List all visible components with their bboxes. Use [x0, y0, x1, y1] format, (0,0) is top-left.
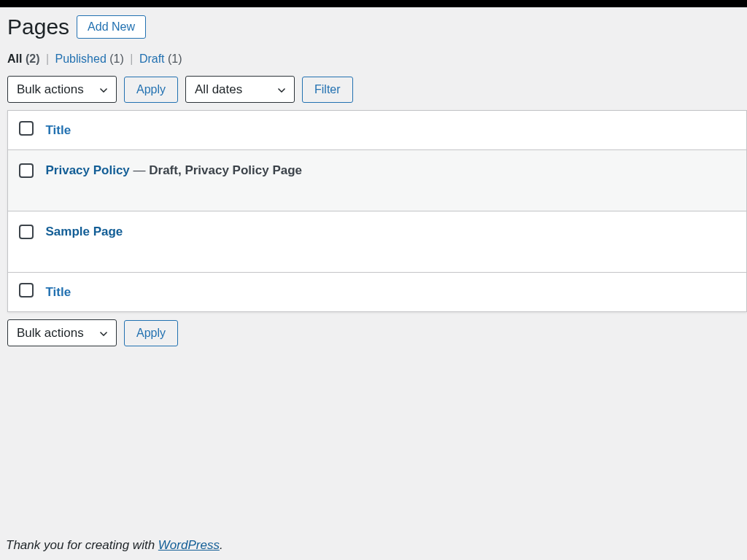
bulk-actions-select-bottom[interactable]: Bulk actions	[7, 319, 117, 346]
table-row: Sample Page	[8, 211, 747, 273]
filter-all-label[interactable]: All	[7, 52, 22, 65]
column-title-footer[interactable]: Title	[39, 273, 747, 312]
page-title: Pages	[7, 15, 69, 39]
add-new-button[interactable]: Add New	[77, 15, 146, 39]
post-state-sep: —	[130, 163, 149, 177]
filter-draft-count: (1)	[168, 52, 182, 65]
select-all-checkbox-bottom[interactable]	[19, 283, 34, 298]
footer-text-after: .	[220, 538, 223, 552]
window-topbar	[0, 0, 747, 7]
filter-all-count: (2)	[26, 52, 40, 65]
filter-sep: |	[43, 52, 52, 65]
row-checkbox[interactable]	[19, 163, 34, 178]
bulk-actions-select-top[interactable]: Bulk actions	[7, 76, 117, 103]
filter-draft-label: Draft	[139, 52, 165, 65]
status-filter-links: All (2) | Published (1) | Draft (1)	[7, 52, 747, 66]
apply-button-top[interactable]: Apply	[124, 77, 178, 103]
footer-credit: Thank you for creating with WordPress.	[6, 538, 223, 553]
pages-table: Title Privacy Policy — Draft, Privacy Po…	[7, 110, 747, 312]
page-title-link[interactable]: Privacy Policy	[46, 163, 130, 177]
filter-published-label: Published	[55, 52, 107, 65]
filter-published[interactable]: Published (1)	[55, 52, 128, 65]
footer-text-before: Thank you for creating with	[6, 538, 158, 552]
page-title-link[interactable]: Sample Page	[46, 225, 123, 238]
filter-published-count: (1)	[109, 52, 124, 65]
filter-all: All (2)	[7, 52, 43, 65]
filter-draft[interactable]: Draft (1)	[139, 52, 182, 65]
filter-sep2: |	[127, 52, 136, 65]
apply-button-bottom[interactable]: Apply	[124, 320, 178, 346]
post-state: Draft, Privacy Policy Page	[149, 163, 302, 177]
table-row: Privacy Policy — Draft, Privacy Policy P…	[8, 150, 747, 211]
column-title-header[interactable]: Title	[39, 111, 747, 150]
wordpress-link[interactable]: WordPress	[158, 538, 220, 552]
row-checkbox[interactable]	[19, 225, 34, 239]
filter-button[interactable]: Filter	[302, 77, 353, 103]
date-filter-select[interactable]: All dates	[185, 76, 295, 103]
select-all-checkbox-top[interactable]	[19, 121, 34, 136]
